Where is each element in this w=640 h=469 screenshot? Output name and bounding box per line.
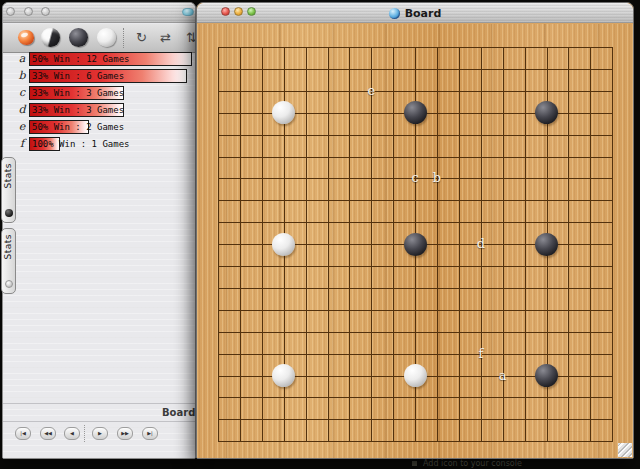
- black-stone[interactable]: [404, 233, 427, 256]
- refresh-icon[interactable]: ↻: [136, 30, 147, 46]
- fast-rewind-button[interactable]: ◀◀: [40, 427, 56, 440]
- stat-row-letter: d: [15, 103, 29, 117]
- grid-line: [568, 47, 569, 442]
- grid-line: [218, 397, 613, 398]
- stat-row-letter: b: [15, 69, 29, 83]
- stat-row-text: 33% Win : 3 Games: [32, 104, 124, 117]
- black-white-stone-icon[interactable]: [41, 28, 60, 47]
- white-stone-icon: [5, 280, 13, 288]
- up-down-icon[interactable]: ⇅: [186, 30, 196, 46]
- black-stone[interactable]: [535, 233, 558, 256]
- stats-toolbar: ↻ ⇄ ⇅: [3, 24, 195, 53]
- white-stone-icon[interactable]: [97, 28, 116, 47]
- grid-line: [218, 354, 613, 355]
- skip-to-end-button[interactable]: ▶|: [142, 427, 158, 440]
- bottom-tab-board[interactable]: Board: [162, 407, 195, 419]
- drawer-tab-label: Stats: [3, 234, 15, 259]
- stat-row-letter: c: [15, 86, 29, 100]
- grid-line: [218, 266, 613, 267]
- board-window-titlebar[interactable]: Board: [197, 3, 633, 23]
- go-board[interactable]: abcdef: [197, 24, 633, 458]
- black-stone[interactable]: [535, 364, 558, 387]
- swap-icon[interactable]: ⇄: [160, 30, 171, 46]
- desktop-hint-text: Add icon to your console: [412, 459, 522, 469]
- shell-icon[interactable]: [18, 30, 34, 45]
- playback-toolbar: |◀◀◀◀▶▶▶▶|: [3, 423, 195, 459]
- drawer-tab-label: Stats: [3, 163, 15, 188]
- drawer-tab-stats-white[interactable]: Stats: [1, 228, 16, 294]
- grid-line: [590, 47, 591, 442]
- grid-line: [459, 47, 460, 442]
- zoom-button-inactive[interactable]: [41, 7, 50, 16]
- grid-line: [218, 419, 613, 420]
- move-label-a[interactable]: a: [495, 368, 511, 384]
- stat-row-letter: e: [15, 120, 29, 134]
- resize-grip[interactable]: [618, 443, 632, 457]
- stats-window: ↻ ⇄ ⇅ a50% Win : 12 Gamesb33% Win : 6 Ga…: [2, 2, 196, 459]
- grid-line: [218, 288, 613, 289]
- window-title: Board: [197, 3, 633, 23]
- black-stone-icon[interactable]: [69, 28, 88, 47]
- white-stone[interactable]: [272, 101, 295, 124]
- close-button-inactive[interactable]: [6, 7, 15, 16]
- white-stone[interactable]: [272, 364, 295, 387]
- fast-forward-button[interactable]: ▶▶: [117, 427, 133, 440]
- stats-list: a50% Win : 12 Gamesb33% Win : 6 Gamesc33…: [3, 54, 195, 458]
- skip-to-start-button[interactable]: |◀: [15, 427, 31, 440]
- grid-line: [218, 310, 613, 311]
- stat-row-text: 33% Win : 3 Games: [32, 87, 124, 100]
- stat-row-text: 100% Win : 1 Games: [32, 138, 130, 151]
- grid-line: [612, 47, 613, 442]
- step-back-button[interactable]: ◀: [64, 427, 80, 440]
- step-forward-button[interactable]: ▶: [92, 427, 108, 440]
- move-label-d[interactable]: d: [473, 236, 489, 252]
- move-label-e[interactable]: e: [363, 83, 379, 99]
- grid-line: [437, 47, 438, 442]
- black-stone[interactable]: [535, 101, 558, 124]
- window-title-text: Board: [405, 7, 442, 20]
- toolbar-toggle-pill[interactable]: [182, 8, 194, 16]
- stat-row-letter: a: [15, 52, 29, 66]
- move-label-b[interactable]: b: [429, 170, 445, 186]
- stat-row-text: 33% Win : 6 Games: [32, 70, 124, 83]
- app-icon: [389, 8, 400, 19]
- black-stone-icon: [5, 209, 13, 217]
- toolbar-separator: [123, 28, 124, 48]
- divider: [3, 421, 195, 422]
- playback-separator: [84, 425, 85, 442]
- black-stone[interactable]: [404, 101, 427, 124]
- stat-row-text: 50% Win : 2 Games: [32, 121, 124, 134]
- white-stone[interactable]: [404, 364, 427, 387]
- divider: [3, 403, 195, 404]
- stats-window-titlebar[interactable]: [3, 3, 195, 23]
- minimize-button-inactive[interactable]: [24, 7, 33, 16]
- goban-grid[interactable]: abcdef: [218, 47, 613, 442]
- board-window: Board abcdef: [196, 2, 634, 459]
- stat-row-letter: f: [15, 137, 29, 151]
- drawer-tab-stats-black[interactable]: Stats: [1, 157, 16, 223]
- stat-row-text: 50% Win : 12 Games: [32, 53, 130, 66]
- move-label-c[interactable]: c: [407, 170, 423, 186]
- white-stone[interactable]: [272, 233, 295, 256]
- move-label-f[interactable]: f: [473, 346, 489, 362]
- grid-line: [218, 441, 613, 442]
- grid-line: [525, 47, 526, 442]
- grid-line: [218, 332, 613, 333]
